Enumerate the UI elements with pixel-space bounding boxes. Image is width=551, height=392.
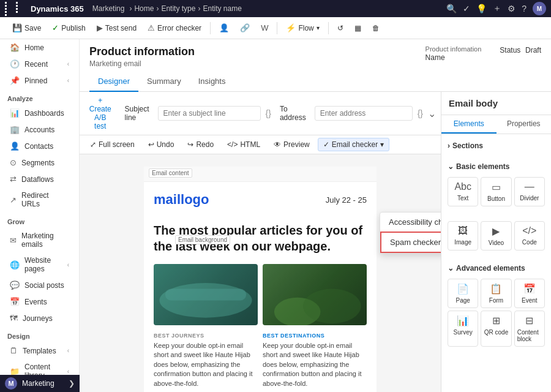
preview-button[interactable]: 👁 Preview: [268, 138, 315, 151]
element-button[interactable]: ▭ Button: [481, 177, 511, 206]
element-divider[interactable]: — Divider: [514, 177, 545, 206]
element-form[interactable]: 📋 Form: [481, 279, 511, 308]
help-icon[interactable]: ?: [522, 4, 527, 13]
card1-tag: BEST JOURNEYS: [154, 333, 258, 339]
delete-button[interactable]: 🗑: [367, 21, 384, 35]
subject-input[interactable]: [158, 106, 261, 121]
sections-header[interactable]: › Sections: [448, 139, 545, 153]
grid-button[interactable]: ▦: [350, 21, 366, 35]
element-survey[interactable]: 📊 Survey: [448, 311, 478, 347]
sidebar-item-contacts[interactable]: 👤 Contacts: [2, 138, 77, 154]
add-icon[interactable]: ＋: [493, 3, 501, 14]
card1-text: Keep your double opt-in email short and …: [154, 341, 258, 388]
word-icon-btn[interactable]: W: [256, 21, 273, 35]
sidebar-item-templates[interactable]: 🗒 Templates ‹: [2, 342, 77, 359]
social-icon: 💬: [10, 281, 20, 290]
sidebar-item-events[interactable]: 📅 Events: [2, 293, 77, 310]
sidebar-item-segments[interactable]: ⊙ Segments: [2, 154, 77, 171]
element-text[interactable]: Abc Text: [448, 177, 478, 206]
svg-point-5: [303, 289, 361, 324]
publish-button[interactable]: ✓ Publish: [47, 21, 90, 35]
flow-button[interactable]: ⚡ Flow ▾: [281, 21, 324, 35]
flow-chevron-icon: ▾: [317, 24, 320, 31]
email-header: maillogo July 22 - 25: [144, 182, 377, 217]
element-image[interactable]: 🖼 Image: [448, 221, 478, 251]
expand-icon[interactable]: ⌄: [428, 108, 436, 119]
advanced-elements-header[interactable]: ⌄ Advanced elements: [448, 262, 545, 275]
html-button[interactable]: </> HTML: [222, 138, 266, 151]
element-code[interactable]: </> Code: [514, 221, 545, 251]
video-element-icon: ▶: [492, 225, 500, 237]
tab-properties[interactable]: Properties: [497, 115, 552, 134]
element-qr-code[interactable]: ⊞ QR code: [481, 311, 511, 347]
sidebar-item-recent[interactable]: 🕐 Recent ‹: [2, 56, 77, 72]
app-grid-icon[interactable]: [5, 2, 26, 16]
sidebar-item-accounts[interactable]: 🏢 Accounts: [2, 121, 77, 138]
full-screen-button[interactable]: ⤢ Full screen: [84, 138, 140, 151]
svg-point-1: [159, 283, 252, 318]
link-icon: 🔗: [240, 23, 250, 32]
website-icon: 🌐: [10, 260, 20, 270]
accessibility-checker-item[interactable]: Accessibility checker: [380, 213, 441, 232]
main-toolbar: 💾 Save ✓ Publish ▶ Test send ⚠ Error che…: [0, 17, 551, 39]
templates-collapse-icon[interactable]: ‹: [67, 347, 69, 354]
element-event[interactable]: 📅 Event: [514, 279, 545, 308]
pinned-collapse-icon[interactable]: ‹: [67, 77, 69, 84]
element-page[interactable]: 📄 Page: [448, 279, 478, 308]
sidebar-item-pinned[interactable]: 📌 Pinned ‹: [2, 72, 77, 89]
lightbulb-icon[interactable]: 💡: [476, 4, 487, 13]
dataflows-icon: ⇄: [10, 175, 17, 184]
sidebar-item-website-pages[interactable]: 🌐 Website pages ‹: [2, 252, 77, 277]
search-icon[interactable]: 🔍: [446, 4, 457, 13]
element-video[interactable]: ▶ Video: [481, 221, 511, 251]
error-checker-button[interactable]: ⚠ Error checker: [143, 21, 206, 35]
email-checker-dropdown: Accessibility checker Spam checker: [380, 212, 441, 254]
email-checker-button[interactable]: ✓ Email checker ▾: [318, 138, 389, 151]
element-content-block[interactable]: ⊟ Content block: [514, 311, 545, 347]
sidebar-item-journeys[interactable]: 🗺 Journeys: [2, 310, 77, 326]
website-collapse-icon[interactable]: ‹: [67, 262, 69, 268]
module-expand-icon[interactable]: ❯: [69, 379, 75, 388]
email-cards: BEST JOURNEYS Keep your double opt-in em…: [144, 325, 377, 392]
recent-collapse-icon[interactable]: ‹: [67, 61, 69, 67]
image-element-icon: 🖼: [458, 225, 468, 236]
subject-bar: + Create A/B test Subject line {} To add…: [80, 92, 441, 135]
email-img-pool: [154, 264, 258, 325]
link-icon-btn[interactable]: 🔗: [235, 21, 255, 35]
checkmark-icon[interactable]: ✓: [463, 4, 470, 13]
page-tabs: Designer Summary Insights: [89, 72, 234, 91]
undo-button[interactable]: ↩ Undo: [143, 138, 180, 151]
sidebar-item-dashboards[interactable]: 📊 Dashboards: [2, 105, 77, 121]
sidebar-item-home[interactable]: 🏠 Home: [2, 39, 77, 56]
sidebar-item-social-posts[interactable]: 💬 Social posts: [2, 277, 77, 293]
subject-expand-icon[interactable]: {}: [266, 108, 271, 118]
sidebar-item-redirect[interactable]: ↗ Redirect URLs: [2, 187, 77, 212]
redo-button[interactable]: ↪ Redo: [182, 138, 219, 151]
settings-icon[interactable]: ⚙: [508, 4, 515, 13]
segments-icon: ⊙: [10, 158, 17, 167]
sidebar-item-marketing-emails[interactable]: ✉ Marketing emails: [2, 228, 77, 252]
refresh-icon: ↺: [337, 24, 343, 32]
user-avatar[interactable]: M: [533, 2, 546, 15]
card2-text: Keep your double opt-in email short and …: [263, 341, 367, 388]
to-address-label: To address: [276, 105, 310, 122]
refresh-button[interactable]: ↺: [332, 21, 348, 35]
person-icon-btn[interactable]: 👤: [214, 21, 234, 35]
save-button[interactable]: 💾 Save: [7, 21, 46, 35]
tab-summary[interactable]: Summary: [138, 72, 190, 92]
spam-checker-item[interactable]: Spam checker: [380, 232, 441, 253]
tab-designer[interactable]: Designer: [89, 72, 138, 92]
advanced-elements-section: ⌄ Advanced elements 📄 Page 📋 Form: [441, 257, 551, 353]
content-library-collapse-icon[interactable]: ‹: [67, 368, 69, 375]
tab-insights[interactable]: Insights: [190, 72, 234, 92]
create-ab-button[interactable]: + Create A/B test: [84, 94, 116, 132]
tab-elements[interactable]: Elements: [441, 115, 497, 134]
basic-collapse-icon: ⌄: [448, 162, 454, 171]
basic-elements-header[interactable]: ⌄ Basic elements: [448, 160, 545, 173]
test-send-button[interactable]: ▶ Test send: [92, 21, 141, 35]
sidebar-item-dataflows[interactable]: ⇄ Dataflows: [2, 171, 77, 187]
journeys-icon: 🗺: [10, 314, 18, 323]
full-screen-icon: ⤢: [90, 140, 96, 149]
address-expand-icon[interactable]: {}: [418, 108, 423, 118]
address-input[interactable]: [315, 106, 413, 121]
